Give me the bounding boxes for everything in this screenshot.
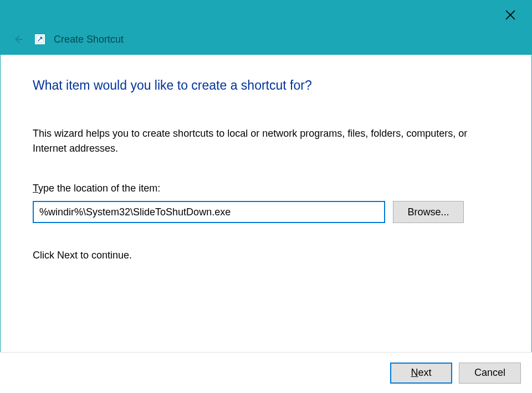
shortcut-icon [35, 34, 45, 44]
content-area: What item would you like to create a sho… [1, 55, 531, 261]
browse-button[interactable]: Browse... [393, 201, 464, 223]
next-button[interactable]: Next [390, 363, 452, 384]
location-label: Type the location of the item: [33, 183, 499, 194]
close-button[interactable] [499, 6, 521, 24]
cancel-button[interactable]: Cancel [459, 363, 521, 384]
page-heading: What item would you like to create a sho… [33, 78, 499, 93]
window-title: Create Shortcut [54, 34, 124, 45]
back-button [11, 32, 26, 47]
footer: Next Cancel [0, 352, 532, 393]
wizard-description: This wizard helps you to create shortcut… [33, 126, 499, 156]
header-row: Create Shortcut [11, 32, 124, 47]
location-row: Browse... [33, 201, 499, 223]
titlebar: Create Shortcut [1, 1, 531, 55]
back-arrow-icon [13, 34, 23, 44]
close-icon [505, 10, 515, 20]
location-input[interactable] [33, 201, 385, 223]
continue-instruction: Click Next to continue. [33, 250, 499, 261]
